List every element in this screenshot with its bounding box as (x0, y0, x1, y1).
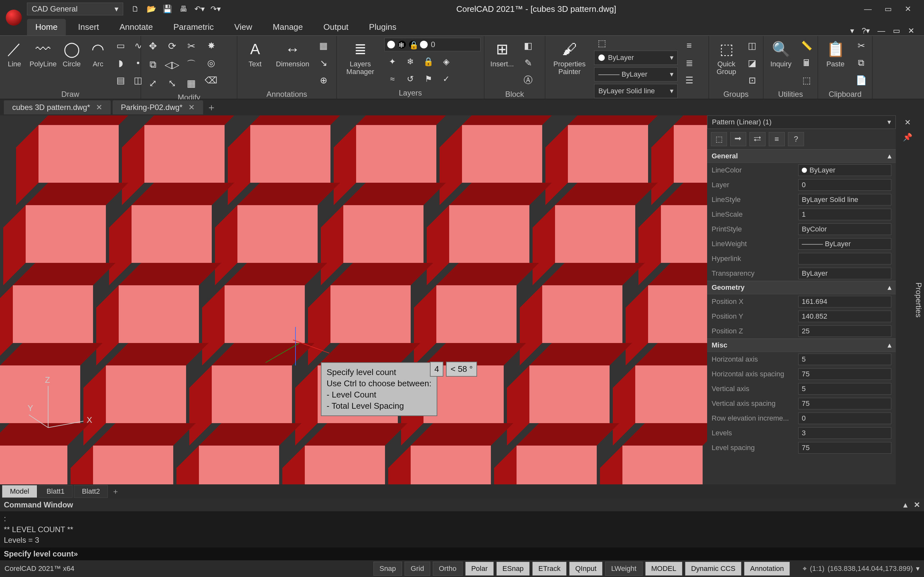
cmd-collapse-icon[interactable]: ▴ (903, 500, 907, 509)
status-toggle-etrack[interactable]: ETrack (532, 562, 567, 576)
layout-tab-blatt2[interactable]: Blatt2 (74, 485, 108, 498)
text-button[interactable]: AText (241, 38, 270, 68)
polyline-button[interactable]: 〰PolyLine (29, 38, 57, 68)
trim-icon[interactable]: ✂ (183, 38, 200, 54)
redo-icon[interactable]: ↷▾ (210, 3, 221, 15)
leader-icon[interactable]: ↘ (316, 55, 331, 71)
section-misc[interactable]: Misc▴ (707, 338, 896, 352)
layer-iso-icon[interactable]: ◈ (438, 54, 454, 69)
cmd-prompt[interactable]: Specify level count» (0, 548, 924, 560)
select-icon[interactable]: ⬚ (799, 73, 814, 88)
rotate-icon[interactable]: ⟳ (164, 38, 180, 54)
minimize-icon[interactable]: — (864, 5, 872, 13)
ribbon-options-icon[interactable]: ▾ (850, 26, 854, 35)
save-icon[interactable]: 💾 (162, 3, 173, 15)
doc-tab[interactable]: cubes 3D pattern.dwg*✕ (4, 100, 111, 114)
tolerance-icon[interactable]: ⊕ (316, 73, 331, 88)
status-toggle-model[interactable]: MODEL (645, 562, 682, 576)
maximize-icon[interactable]: ▭ (885, 5, 892, 13)
properties-side-tab[interactable]: Properties (913, 115, 924, 484)
close-tab-icon[interactable]: ✕ (96, 103, 102, 112)
properties-painter-button[interactable]: 🖌Properties Painter (549, 38, 590, 76)
copy-icon[interactable]: ⧉ (144, 56, 161, 73)
cut-icon[interactable]: ✂ (853, 38, 869, 53)
prop-value[interactable]: ByColor (798, 223, 891, 235)
mirror-icon[interactable]: ◁▷ (164, 56, 180, 73)
measure-icon[interactable]: 📏 (799, 38, 814, 53)
dynamic-input[interactable]: 4 < 58 ° (430, 362, 477, 377)
angle-input[interactable]: < 58 ° (446, 362, 477, 377)
group-icon[interactable]: ◫ (744, 38, 760, 53)
prop-value[interactable]: ——— ByLayer (798, 238, 891, 250)
selection-combo[interactable]: Pattern (Linear) (1)▾ (707, 115, 896, 129)
layer-on-icon[interactable]: ✦ (384, 54, 401, 69)
annoscale-icon[interactable]: ⌖ (803, 564, 806, 573)
calc-icon[interactable]: 🖩 (799, 55, 814, 71)
section-general[interactable]: General▴ (707, 149, 896, 163)
prop-value[interactable]: 75 (798, 368, 891, 380)
rectangle-icon[interactable]: ▭ (113, 38, 128, 53)
layer-combo[interactable]: ❄🔒0 (384, 38, 481, 51)
prop-value[interactable]: 5 (798, 354, 891, 365)
scale-icon[interactable]: ⤡ (164, 75, 180, 91)
block-define-icon[interactable]: ◧ (520, 38, 536, 53)
ellipse-icon[interactable]: ◗ (113, 55, 128, 71)
block-attr-icon[interactable]: Ⓐ (520, 73, 536, 88)
add-layout-icon[interactable]: ＋ (109, 486, 122, 496)
layout-tab-blatt1[interactable]: Blatt1 (39, 485, 73, 498)
line-button[interactable]: ／Line (3, 38, 26, 68)
paste-spec-icon[interactable]: 📄 (853, 73, 869, 88)
status-toggle-dynamic ccs[interactable]: Dynamic CCS (685, 562, 741, 576)
arc-button[interactable]: ◠Arc (87, 38, 109, 68)
linestyle-combo[interactable]: ByLayer Solid line▾ (594, 84, 678, 98)
mdi-close-icon[interactable]: ✕ (908, 26, 914, 35)
help-button[interactable]: ? (788, 132, 804, 146)
copy-clip-icon[interactable]: ⧉ (853, 55, 869, 71)
quick-group-button[interactable]: ⬚Quick Group (712, 38, 740, 76)
status-toggle-lweight[interactable]: LWeight (605, 562, 643, 576)
layer-lock-icon[interactable]: 🔒 (420, 54, 436, 69)
doc-tab[interactable]: Parking-P02.dwg*✕ (113, 100, 203, 114)
prop-value[interactable]: 0 (798, 413, 891, 424)
print-icon[interactable]: 🖶 (178, 3, 189, 15)
layer-freeze-icon[interactable]: ❄ (402, 54, 418, 69)
prop-value[interactable]: 75 (798, 442, 891, 454)
prop-value[interactable]: ByLayer (798, 164, 891, 176)
prop-list2-icon[interactable]: ≣ (682, 55, 697, 71)
close-icon[interactable]: ✕ (905, 5, 911, 13)
status-toggle-snap[interactable]: Snap (373, 562, 402, 576)
menu-tab-parametric[interactable]: Parametric (165, 19, 222, 35)
menu-tab-home[interactable]: Home (27, 19, 66, 35)
explode-icon[interactable]: ✸ (204, 38, 219, 53)
offset-icon[interactable]: ◎ (204, 55, 219, 71)
section-geometry[interactable]: Geometry▴ (707, 281, 896, 294)
prop-value[interactable]: ByLayer (798, 268, 891, 279)
circle-button[interactable]: ◯Circle (60, 38, 83, 68)
prop-value[interactable]: 25 (798, 326, 891, 337)
help-icon[interactable]: ?▾ (862, 26, 870, 35)
status-toggle-grid[interactable]: Grid (405, 562, 430, 576)
ungroup-icon[interactable]: ◪ (744, 55, 760, 71)
cmd-close-icon[interactable]: ✕ (914, 500, 920, 509)
prop-value[interactable]: 5 (798, 383, 891, 395)
quick-select-icon[interactable]: ⮕ (730, 132, 746, 146)
color-combo[interactable]: ByLayer▾ (594, 51, 678, 65)
palette-pin-icon[interactable]: 📌 (903, 133, 913, 142)
hatch-icon[interactable]: ▤ (113, 73, 128, 88)
sort-icon[interactable]: ≡ (769, 132, 785, 146)
undo-icon[interactable]: ↶▾ (194, 3, 205, 15)
group-edit-icon[interactable]: ⊡ (744, 73, 760, 88)
layout-tab-model[interactable]: Model (2, 485, 37, 498)
match-icon[interactable]: ⬚ (594, 38, 610, 48)
table-icon[interactable]: ▦ (316, 38, 331, 53)
status-toggle-ortho[interactable]: Ortho (433, 562, 463, 576)
new-icon[interactable]: 🗋 (129, 3, 141, 15)
status-toggle-annotation[interactable]: Annotation (744, 562, 790, 576)
layer-prev-icon[interactable]: ↺ (402, 71, 418, 87)
menu-tab-annotate[interactable]: Annotate (111, 19, 161, 35)
prop-value[interactable]: ByLayer Solid line (798, 194, 891, 205)
palette-close-icon[interactable]: ✕ (905, 118, 911, 127)
mdi-minimize-icon[interactable]: — (877, 26, 885, 35)
prop-list-icon[interactable]: ≡ (682, 38, 697, 53)
status-toggle-esnap[interactable]: ESnap (496, 562, 530, 576)
